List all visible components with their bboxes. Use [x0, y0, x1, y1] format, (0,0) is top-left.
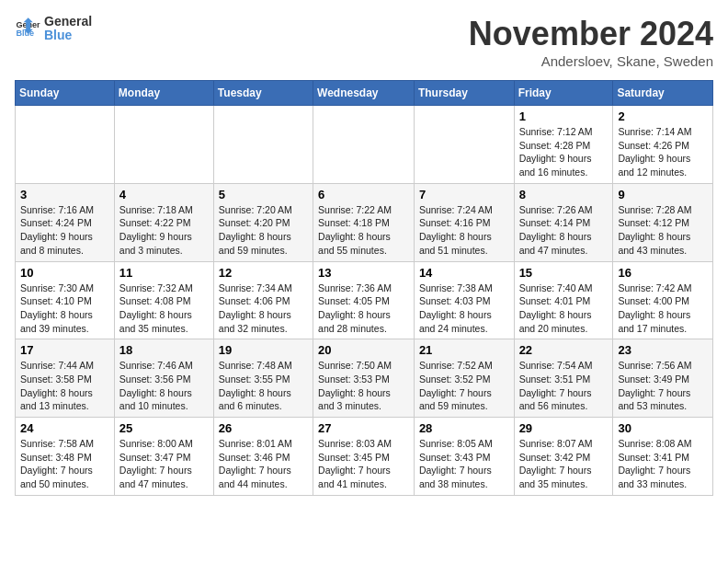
day-info: Sunrise: 8:01 AM Sunset: 3:46 PM Dayligh…	[219, 437, 308, 491]
day-info: Sunrise: 7:54 AM Sunset: 3:51 PM Dayligh…	[519, 359, 609, 413]
calendar-cell: 1Sunrise: 7:12 AM Sunset: 4:28 PM Daylig…	[514, 106, 613, 184]
calendar-cell	[414, 106, 514, 184]
day-info: Sunrise: 7:14 AM Sunset: 4:26 PM Dayligh…	[618, 125, 708, 179]
weekday-header-thursday: Thursday	[414, 81, 514, 106]
day-number: 28	[419, 421, 509, 435]
day-number: 29	[519, 421, 609, 435]
calendar-cell: 29Sunrise: 8:07 AM Sunset: 3:42 PM Dayli…	[514, 418, 613, 496]
day-number: 12	[219, 266, 308, 280]
calendar-cell: 11Sunrise: 7:32 AM Sunset: 4:08 PM Dayli…	[114, 261, 213, 339]
header: General Blue General Blue November 2024 …	[15, 15, 713, 69]
calendar-cell: 9Sunrise: 7:28 AM Sunset: 4:12 PM Daylig…	[613, 183, 713, 261]
day-info: Sunrise: 7:24 AM Sunset: 4:16 PM Dayligh…	[419, 203, 509, 258]
calendar-cell: 21Sunrise: 7:52 AM Sunset: 3:52 PM Dayli…	[414, 339, 514, 418]
day-number: 2	[618, 109, 708, 123]
day-number: 6	[318, 188, 409, 201]
day-info: Sunrise: 7:48 AM Sunset: 3:55 PM Dayligh…	[219, 359, 308, 413]
day-number: 24	[20, 421, 109, 435]
day-info: Sunrise: 7:46 AM Sunset: 3:56 PM Dayligh…	[119, 359, 209, 413]
day-info: Sunrise: 7:50 AM Sunset: 3:53 PM Dayligh…	[318, 359, 409, 413]
day-info: Sunrise: 7:18 AM Sunset: 4:22 PM Dayligh…	[119, 203, 209, 258]
day-info: Sunrise: 7:52 AM Sunset: 3:52 PM Dayligh…	[419, 359, 509, 413]
calendar-cell: 15Sunrise: 7:40 AM Sunset: 4:01 PM Dayli…	[514, 261, 613, 339]
calendar-cell: 18Sunrise: 7:46 AM Sunset: 3:56 PM Dayli…	[114, 339, 213, 418]
day-info: Sunrise: 7:16 AM Sunset: 4:24 PM Dayligh…	[20, 203, 109, 258]
weekday-header-row: SundayMondayTuesdayWednesdayThursdayFrid…	[16, 81, 713, 106]
day-info: Sunrise: 7:22 AM Sunset: 4:18 PM Dayligh…	[318, 203, 409, 258]
calendar-cell: 12Sunrise: 7:34 AM Sunset: 4:06 PM Dayli…	[213, 261, 313, 339]
day-number: 21	[419, 343, 509, 357]
day-number: 15	[519, 266, 609, 280]
day-info: Sunrise: 7:40 AM Sunset: 4:01 PM Dayligh…	[519, 282, 609, 336]
calendar-cell: 14Sunrise: 7:38 AM Sunset: 4:03 PM Dayli…	[414, 261, 514, 339]
calendar-cell: 22Sunrise: 7:54 AM Sunset: 3:51 PM Dayli…	[514, 339, 613, 418]
day-number: 26	[219, 421, 308, 435]
calendar-cell: 8Sunrise: 7:26 AM Sunset: 4:14 PM Daylig…	[514, 183, 613, 261]
calendar-cell: 16Sunrise: 7:42 AM Sunset: 4:00 PM Dayli…	[613, 261, 713, 339]
day-info: Sunrise: 7:30 AM Sunset: 4:10 PM Dayligh…	[20, 282, 109, 336]
calendar-cell: 3Sunrise: 7:16 AM Sunset: 4:24 PM Daylig…	[16, 183, 115, 261]
logo-line1: General	[44, 15, 92, 29]
calendar-cell: 5Sunrise: 7:20 AM Sunset: 4:20 PM Daylig…	[213, 183, 313, 261]
day-number: 5	[219, 188, 308, 201]
day-info: Sunrise: 7:12 AM Sunset: 4:28 PM Dayligh…	[519, 125, 609, 179]
day-info: Sunrise: 7:58 AM Sunset: 3:48 PM Dayligh…	[20, 437, 109, 491]
weekday-header-sunday: Sunday	[16, 81, 115, 106]
day-info: Sunrise: 7:38 AM Sunset: 4:03 PM Dayligh…	[419, 282, 509, 336]
calendar-cell: 24Sunrise: 7:58 AM Sunset: 3:48 PM Dayli…	[16, 418, 115, 496]
day-number: 7	[419, 188, 509, 201]
calendar-cell: 17Sunrise: 7:44 AM Sunset: 3:58 PM Dayli…	[16, 339, 115, 418]
logo-icon: General Blue	[15, 16, 40, 41]
day-info: Sunrise: 7:20 AM Sunset: 4:20 PM Dayligh…	[219, 203, 308, 258]
calendar-cell: 26Sunrise: 8:01 AM Sunset: 3:46 PM Dayli…	[213, 418, 313, 496]
day-info: Sunrise: 7:26 AM Sunset: 4:14 PM Dayligh…	[519, 203, 609, 258]
day-info: Sunrise: 7:56 AM Sunset: 3:49 PM Dayligh…	[618, 359, 708, 413]
calendar-cell	[114, 106, 213, 184]
calendar-cell: 6Sunrise: 7:22 AM Sunset: 4:18 PM Daylig…	[313, 183, 415, 261]
day-number: 4	[119, 188, 209, 201]
calendar-cell: 10Sunrise: 7:30 AM Sunset: 4:10 PM Dayli…	[16, 261, 115, 339]
day-info: Sunrise: 7:44 AM Sunset: 3:58 PM Dayligh…	[20, 359, 109, 413]
calendar-cell: 20Sunrise: 7:50 AM Sunset: 3:53 PM Dayli…	[313, 339, 415, 418]
calendar-cell: 25Sunrise: 8:00 AM Sunset: 3:47 PM Dayli…	[114, 418, 213, 496]
calendar-cell	[16, 106, 115, 184]
day-number: 25	[119, 421, 209, 435]
day-number: 30	[618, 421, 708, 435]
calendar-week-row: 24Sunrise: 7:58 AM Sunset: 3:48 PM Dayli…	[16, 418, 713, 496]
day-info: Sunrise: 8:05 AM Sunset: 3:43 PM Dayligh…	[419, 437, 509, 491]
day-number: 10	[20, 266, 109, 280]
day-number: 1	[519, 109, 609, 123]
calendar-cell	[313, 106, 415, 184]
day-number: 3	[20, 188, 109, 201]
day-number: 20	[318, 343, 409, 357]
weekday-header-friday: Friday	[514, 81, 613, 106]
day-info: Sunrise: 7:36 AM Sunset: 4:05 PM Dayligh…	[318, 282, 409, 336]
weekday-header-wednesday: Wednesday	[313, 81, 415, 106]
calendar-week-row: 1Sunrise: 7:12 AM Sunset: 4:28 PM Daylig…	[16, 106, 713, 184]
day-info: Sunrise: 7:42 AM Sunset: 4:00 PM Dayligh…	[618, 282, 708, 336]
day-number: 14	[419, 266, 509, 280]
calendar-week-row: 17Sunrise: 7:44 AM Sunset: 3:58 PM Dayli…	[16, 339, 713, 418]
day-info: Sunrise: 8:08 AM Sunset: 3:41 PM Dayligh…	[618, 437, 708, 491]
day-number: 8	[519, 188, 609, 201]
calendar-cell: 19Sunrise: 7:48 AM Sunset: 3:55 PM Dayli…	[213, 339, 313, 418]
day-number: 17	[20, 343, 109, 357]
calendar-cell: 30Sunrise: 8:08 AM Sunset: 3:41 PM Dayli…	[613, 418, 713, 496]
weekday-header-monday: Monday	[114, 81, 213, 106]
calendar-cell: 23Sunrise: 7:56 AM Sunset: 3:49 PM Dayli…	[613, 339, 713, 418]
day-info: Sunrise: 7:34 AM Sunset: 4:06 PM Dayligh…	[219, 282, 308, 336]
calendar-cell: 28Sunrise: 8:05 AM Sunset: 3:43 PM Dayli…	[414, 418, 514, 496]
day-number: 11	[119, 266, 209, 280]
calendar-cell	[213, 106, 313, 184]
calendar-cell: 4Sunrise: 7:18 AM Sunset: 4:22 PM Daylig…	[114, 183, 213, 261]
calendar-week-row: 3Sunrise: 7:16 AM Sunset: 4:24 PM Daylig…	[16, 183, 713, 261]
day-number: 9	[618, 188, 708, 201]
calendar-week-row: 10Sunrise: 7:30 AM Sunset: 4:10 PM Dayli…	[16, 261, 713, 339]
logo: General Blue General Blue	[15, 15, 92, 43]
title-area: November 2024 Andersloev, Skane, Sweden	[469, 15, 713, 69]
day-number: 16	[618, 266, 708, 280]
day-number: 18	[119, 343, 209, 357]
calendar-cell: 2Sunrise: 7:14 AM Sunset: 4:26 PM Daylig…	[613, 106, 713, 184]
day-number: 27	[318, 421, 409, 435]
day-number: 23	[618, 343, 708, 357]
